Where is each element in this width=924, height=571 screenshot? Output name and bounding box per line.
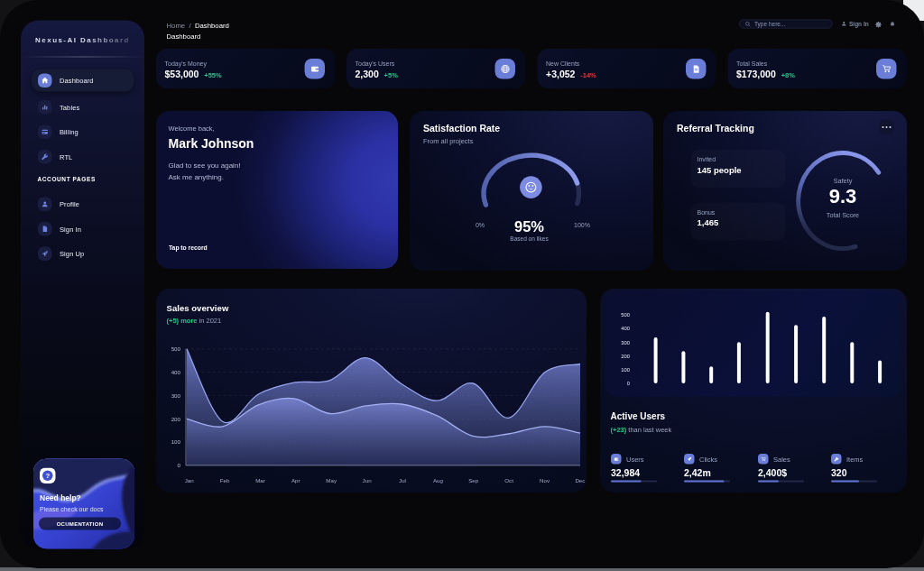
svg-text:Dec: Dec (575, 477, 585, 484)
svg-text:400: 400 (171, 369, 181, 375)
svg-text:Oct: Oct (504, 477, 513, 484)
svg-text:Mar: Mar (255, 477, 265, 484)
svg-text:0: 0 (627, 381, 630, 386)
svg-text:500: 500 (621, 312, 630, 318)
svg-text:200: 200 (621, 354, 630, 359)
svg-text:400: 400 (621, 326, 630, 331)
svg-text:100: 100 (171, 438, 181, 445)
svg-text:Aug: Aug (433, 477, 444, 484)
svg-text:Nov: Nov (540, 477, 550, 484)
svg-text:500: 500 (171, 345, 181, 352)
svg-text:May: May (326, 477, 337, 484)
svg-text:100: 100 (621, 367, 630, 373)
svg-text:Jan: Jan (185, 477, 195, 484)
svg-text:Jul: Jul (399, 477, 406, 484)
svg-text:200: 200 (171, 416, 181, 422)
svg-text:Sep: Sep (468, 477, 479, 484)
svg-text:Jun: Jun (363, 477, 373, 484)
svg-text:300: 300 (621, 340, 630, 345)
svg-text:300: 300 (171, 392, 181, 399)
svg-text:0: 0 (178, 462, 181, 468)
svg-text:Feb: Feb (220, 477, 230, 484)
svg-text:Apr: Apr (291, 477, 300, 484)
